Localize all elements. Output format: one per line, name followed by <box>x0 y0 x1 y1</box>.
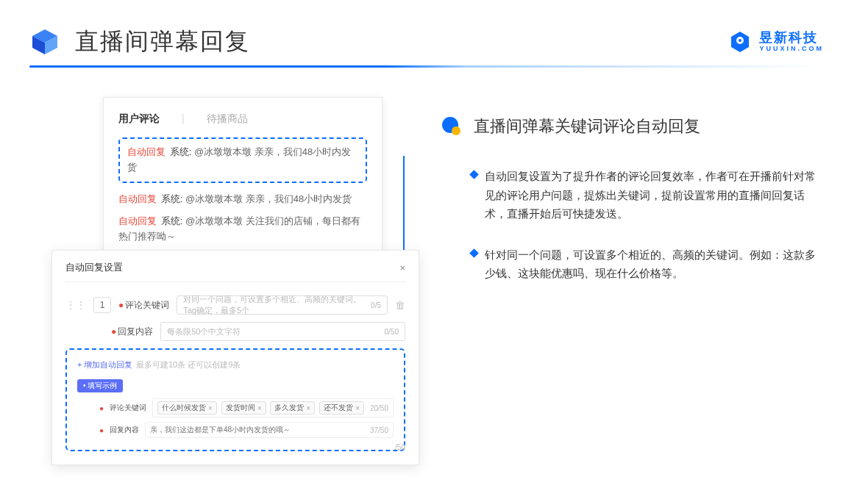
svg-point-6 <box>452 126 460 135</box>
screenshots-column: 用户评论 | 待播商品 自动回复 系统: @冰墩墩本墩 亲亲，我们48小时内发货… <box>29 97 412 305</box>
add-hint: 最多可建10条 还可以创建9条 <box>136 360 241 369</box>
section-title: 直播间弹幕关键词评论自动回复 <box>474 115 700 137</box>
system-label: 系统: <box>170 146 192 157</box>
tag-chip: 发货时间× <box>221 401 266 415</box>
tab-separator: | <box>182 112 185 126</box>
outer-counter: /50 <box>395 443 405 451</box>
description-column: 直播间弹幕关键词评论自动回复 自动回复设置为了提升作者的评论回复效率，作者可在开… <box>441 97 824 305</box>
brand-logo-icon <box>728 30 752 54</box>
keyword-label: 评论关键词 <box>125 300 169 310</box>
brand-block: 昱新科技 YUUXIN.COM <box>728 30 824 54</box>
auto-reply-dialog: 自动回复设置 × ⋮⋮ 1 ●评论关键词 对同一个问题，可设置多个相近、高频的关… <box>51 250 419 465</box>
content-input[interactable]: 每条限50个中文字符 0/50 <box>160 322 405 341</box>
bubble-icon <box>441 116 462 137</box>
example-badge: • 填写示例 <box>77 379 123 392</box>
bullet-item: 自动回复设置为了提升作者的评论回复效率，作者可在开播前针对常见的评论用户问题，提… <box>441 167 824 223</box>
drag-handle-icon[interactable]: ⋮⋮ <box>65 299 86 311</box>
diamond-icon <box>469 248 479 258</box>
content-label: 回复内容 <box>118 326 153 337</box>
page-title: 直播间弹幕回复 <box>75 26 250 58</box>
comments-panel: 用户评论 | 待播商品 自动回复 系统: @冰墩墩本墩 亲亲，我们48小时内发货… <box>103 97 383 263</box>
comment-row: 自动回复 系统: @冰墩墩本墩 关注我们的店铺，每日都有热门推荐呦～ <box>118 214 367 245</box>
brand-url: YUUXIN.COM <box>759 46 824 53</box>
content-counter: 0/50 <box>385 328 399 336</box>
dialog-title: 自动回复设置 <box>65 261 123 274</box>
example-content-input: 亲，我们这边都是下单48小时内发货的哦～ 37/50 <box>145 422 394 438</box>
example-keyword-label: 评论关键词 <box>110 403 146 413</box>
bullet-item: 针对同一个问题，可设置多个相近的、高频的关键词。例如：这款多少钱、这块能优惠吗、… <box>441 245 824 283</box>
tag-chip: 多久发货× <box>270 401 315 415</box>
comment-row: 自动回复 系统: @冰墩墩本墩 亲亲，我们48小时内发货 <box>118 192 367 207</box>
delete-icon[interactable]: 🗑 <box>395 299 405 311</box>
close-icon[interactable]: × <box>399 262 405 273</box>
example-keyword-input: 什么时候发货× 发货时间× 多久发货× 还不发货× 20/50 <box>152 398 394 417</box>
example-content-label: 回复内容 <box>110 425 139 435</box>
add-reply-link[interactable]: + 增加自动回复 <box>77 359 132 370</box>
highlighted-comment: 自动回复 系统: @冰墩墩本墩 亲亲，我们48小时内发货 <box>118 137 367 183</box>
keyword-counter: 0/5 <box>371 301 381 309</box>
brand-name: 昱新科技 <box>759 31 824 46</box>
cube-icon <box>29 26 60 57</box>
svg-point-4 <box>739 39 741 42</box>
index-number: 1 <box>93 297 111 313</box>
tag-chip: 还不发货× <box>319 401 364 415</box>
tab-comments[interactable]: 用户评论 <box>118 112 160 126</box>
example-section: + 增加自动回复 最多可建10条 还可以创建9条 • 填写示例 ● 评论关键词 … <box>65 348 405 451</box>
diamond-icon <box>469 170 479 179</box>
auto-reply-tag: 自动回复 <box>127 146 166 157</box>
header-left: 直播间弹幕回复 <box>29 26 250 58</box>
page-header: 直播间弹幕回复 昱新科技 YUUXIN.COM <box>0 0 868 58</box>
tag-chip: 什么时候发货× <box>157 401 217 415</box>
tab-products[interactable]: 待播商品 <box>207 112 248 126</box>
keyword-input[interactable]: 对同一个问题，可设置多个相近、高频的关键词。Tag确定，最多5个 0/5 <box>177 295 388 315</box>
